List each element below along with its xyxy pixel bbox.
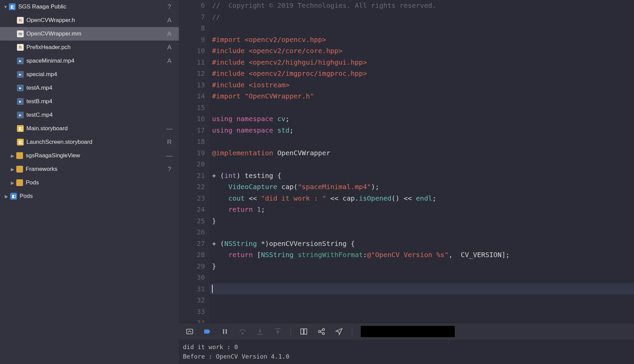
line-number: 25	[179, 215, 205, 227]
scm-badge: ?	[166, 3, 173, 10]
code-line[interactable]	[210, 159, 634, 170]
code-line[interactable]: VideoCapture cap("spaceMinimal.mp4");	[210, 181, 634, 193]
line-number: 6	[179, 0, 205, 12]
code-line[interactable]	[210, 295, 634, 306]
console-output[interactable]: did it work : 0Before : OpenCV Version 4…	[179, 340, 634, 364]
file-icon	[16, 152, 23, 159]
line-number: 15	[179, 102, 205, 114]
code-line[interactable]	[210, 102, 634, 114]
code-line[interactable]	[210, 306, 634, 318]
code-line[interactable]: }	[210, 215, 634, 227]
scm-badge: —	[166, 125, 173, 132]
file-label: special.mp4	[26, 71, 166, 78]
file-item[interactable]: ▶sgsRaagaSingleView—	[0, 149, 179, 162]
disclosure-triangle[interactable]: ▶	[5, 194, 10, 199]
code-line[interactable]	[210, 317, 634, 323]
file-item[interactable]: hOpenCVWrapper.hA	[0, 14, 179, 27]
line-number: 20	[179, 159, 205, 170]
line-number: 32	[179, 295, 205, 306]
code-line[interactable]: #include <opencv2/core/core.hpp>	[210, 45, 634, 57]
line-number: 33	[179, 306, 205, 318]
code-line[interactable]	[210, 23, 634, 34]
code-line[interactable]	[210, 272, 634, 283]
code-line[interactable]: #include <iostream>	[210, 79, 634, 91]
file-label: Pods	[20, 193, 166, 200]
svg-rect-2	[304, 329, 307, 334]
scm-badge: ?	[166, 165, 173, 173]
scm-badge: A	[166, 57, 173, 65]
scm-badge: A	[166, 17, 173, 24]
file-icon: ▸	[17, 98, 24, 105]
debug-view-button[interactable]	[299, 327, 309, 336]
code-line[interactable]: + (int) testing {	[210, 170, 634, 182]
disclosure-triangle[interactable]: ▶	[11, 167, 16, 172]
code-line[interactable]	[210, 283, 634, 295]
debug-filter-input[interactable]	[360, 325, 455, 338]
file-item[interactable]: ▸spaceMinimal.mp4A	[0, 54, 179, 68]
pause-button[interactable]	[220, 327, 230, 336]
file-item[interactable]: ▶Frameworks?	[0, 162, 179, 176]
file-item[interactable]: mOpenCVWrapper.mmA	[0, 27, 179, 41]
code-line[interactable]: //	[210, 12, 634, 23]
svg-point-5	[322, 333, 324, 335]
code-line[interactable]	[210, 136, 634, 147]
file-icon: m	[17, 30, 24, 37]
editor-area: 6789101112131415161718192021222324252627…	[179, 0, 634, 364]
code-line[interactable]: using namespace cv;	[210, 113, 634, 125]
code-line[interactable]: #include <opencv2/highgui/highgui.hpp>	[210, 57, 634, 68]
simulate-location-button[interactable]	[334, 327, 344, 336]
code-line[interactable]: return 1;	[210, 204, 634, 215]
code-line[interactable]: }	[210, 261, 634, 272]
code-content[interactable]: // Copyright © 2019 Technologies. All ri…	[210, 0, 634, 323]
code-line[interactable]	[210, 227, 634, 238]
file-label: Frameworks	[26, 166, 166, 173]
project-root[interactable]: ▼ ◧ SGS Raaga Public ?	[0, 0, 179, 14]
code-line[interactable]: #include <opencv2/imgproc/imgproc.hpp>	[210, 68, 634, 79]
file-item[interactable]: ▸special.mp4	[0, 68, 179, 81]
hide-debug-button[interactable]	[185, 327, 194, 336]
file-item[interactable]: ◧Main.storyboard—	[0, 122, 179, 135]
code-line[interactable]: return [NSString stringWithFormat:@"Open…	[210, 249, 634, 261]
step-into-button[interactable]	[255, 327, 265, 336]
code-line[interactable]: #import "OpenCVWrapper.h"	[210, 91, 634, 102]
code-line[interactable]: cout << "did it work : " << cap.isOpened…	[210, 193, 634, 204]
code-line[interactable]: // Copyright © 2019 Technologies. All ri…	[210, 0, 634, 12]
file-item[interactable]: ▸testA.mp4	[0, 81, 179, 95]
step-over-button[interactable]	[238, 327, 247, 336]
file-item[interactable]: ▸testB.mp4	[0, 95, 179, 108]
svg-rect-1	[301, 329, 303, 334]
memory-graph-button[interactable]	[317, 327, 326, 336]
file-item[interactable]: ▶◧Pods	[0, 189, 179, 203]
file-icon: ▸	[17, 112, 24, 118]
code-line[interactable]: + (NSString *)openCVVersionString {	[210, 238, 634, 250]
breakpoints-button[interactable]	[203, 327, 212, 336]
file-icon: ▸	[17, 85, 24, 91]
line-number: 28	[179, 249, 205, 261]
disclosure-triangle[interactable]: ▼	[3, 4, 9, 9]
file-icon: ▸	[17, 58, 24, 64]
file-item[interactable]: hPrefixHeader.pchA	[0, 41, 179, 54]
project-icon: ◧	[9, 3, 16, 10]
file-icon: ◧	[17, 125, 24, 132]
code-line[interactable]: @implementation OpenCVWrapper	[210, 147, 634, 159]
step-out-button[interactable]	[273, 327, 282, 336]
console-line: Before : OpenCV Version 4.1.0	[183, 352, 630, 361]
line-number: 16	[179, 113, 205, 125]
line-number: 29	[179, 261, 205, 272]
code-editor[interactable]: 6789101112131415161718192021222324252627…	[179, 0, 634, 323]
line-number: 23	[179, 193, 205, 204]
debug-bar	[179, 323, 634, 340]
file-icon: ◧	[10, 193, 17, 200]
disclosure-triangle[interactable]: ▶	[11, 180, 16, 185]
line-number: 21	[179, 170, 205, 182]
code-line[interactable]: #import <opencv2/opencv.hpp>	[210, 34, 634, 46]
disclosure-triangle[interactable]: ▶	[11, 153, 16, 158]
file-item[interactable]: ▶Pods	[0, 176, 179, 189]
file-icon: h	[17, 44, 24, 51]
file-item[interactable]: ▸testC.mp4	[0, 108, 179, 122]
line-number: 26	[179, 227, 205, 238]
file-label: testA.mp4	[26, 85, 166, 91]
svg-point-3	[318, 331, 320, 333]
code-line[interactable]: using namespace std;	[210, 125, 634, 136]
file-item[interactable]: ◧LaunchScreen.storyboardR	[0, 135, 179, 149]
